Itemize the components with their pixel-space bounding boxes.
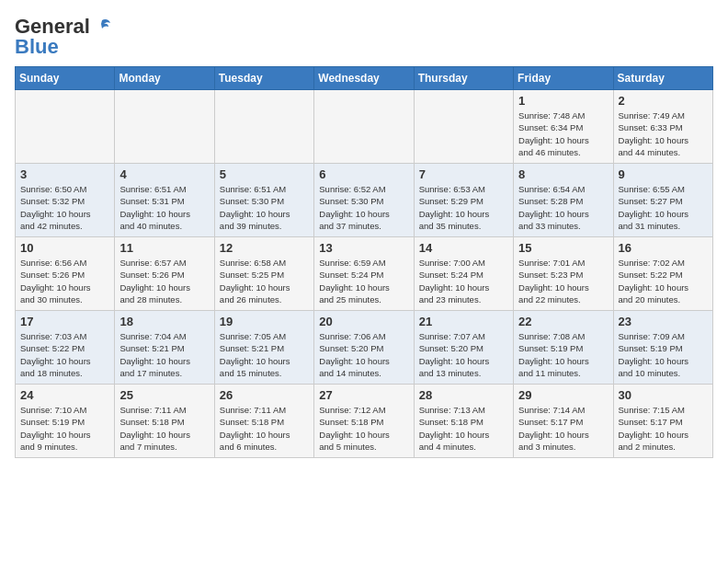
day-number: 28	[419, 388, 508, 402]
calendar-cell: 2Sunrise: 7:49 AM Sunset: 6:33 PM Daylig…	[613, 90, 712, 164]
calendar-cell: 11Sunrise: 6:57 AM Sunset: 5:26 PM Dayli…	[115, 237, 214, 311]
day-number: 4	[119, 167, 209, 181]
calendar-cell: 22Sunrise: 7:08 AM Sunset: 5:19 PM Dayli…	[514, 311, 613, 385]
calendar-cell: 3Sunrise: 6:50 AM Sunset: 5:32 PM Daylig…	[16, 164, 115, 237]
logo-blue-text: Blue	[15, 35, 59, 59]
weekday-header-thursday: Thursday	[414, 67, 513, 90]
day-number: 23	[619, 315, 708, 328]
day-number: 21	[419, 315, 508, 328]
day-info: Sunrise: 6:53 AM Sunset: 5:29 PM Dayligh…	[419, 183, 508, 232]
day-number: 29	[518, 388, 608, 402]
calendar-cell	[16, 90, 115, 164]
calendar-week-row: 10Sunrise: 6:56 AM Sunset: 5:26 PM Dayli…	[16, 237, 713, 311]
calendar-cell: 14Sunrise: 7:00 AM Sunset: 5:24 PM Dayli…	[414, 237, 513, 311]
logo-bird-icon	[92, 17, 112, 37]
calendar-cell: 12Sunrise: 6:58 AM Sunset: 5:25 PM Dayli…	[214, 237, 313, 311]
day-number: 5	[220, 167, 309, 181]
calendar-cell: 24Sunrise: 7:10 AM Sunset: 5:19 PM Dayli…	[16, 385, 115, 458]
day-number: 8	[518, 167, 608, 181]
day-info: Sunrise: 6:51 AM Sunset: 5:31 PM Dayligh…	[119, 183, 209, 232]
day-info: Sunrise: 7:05 AM Sunset: 5:21 PM Dayligh…	[220, 330, 309, 379]
calendar-cell: 30Sunrise: 7:15 AM Sunset: 5:17 PM Dayli…	[613, 385, 712, 458]
day-info: Sunrise: 7:11 AM Sunset: 5:18 PM Dayligh…	[220, 404, 309, 453]
calendar-cell	[414, 90, 513, 164]
day-info: Sunrise: 7:00 AM Sunset: 5:24 PM Dayligh…	[419, 257, 508, 305]
calendar-cell: 18Sunrise: 7:04 AM Sunset: 5:21 PM Dayli…	[115, 311, 214, 385]
calendar-cell: 16Sunrise: 7:02 AM Sunset: 5:22 PM Dayli…	[613, 237, 712, 311]
day-info: Sunrise: 7:03 AM Sunset: 5:22 PM Dayligh…	[20, 330, 109, 379]
day-info: Sunrise: 7:48 AM Sunset: 6:34 PM Dayligh…	[518, 109, 608, 158]
day-info: Sunrise: 7:11 AM Sunset: 5:18 PM Dayligh…	[119, 404, 209, 453]
calendar-cell: 13Sunrise: 6:59 AM Sunset: 5:24 PM Dayli…	[314, 237, 414, 311]
day-info: Sunrise: 6:52 AM Sunset: 5:30 PM Dayligh…	[319, 183, 408, 232]
day-number: 25	[119, 388, 209, 402]
day-info: Sunrise: 6:59 AM Sunset: 5:24 PM Dayligh…	[319, 257, 408, 305]
day-info: Sunrise: 6:50 AM Sunset: 5:32 PM Dayligh…	[20, 183, 109, 232]
calendar-cell	[214, 90, 313, 164]
day-number: 19	[220, 315, 309, 328]
day-number: 14	[419, 241, 508, 255]
day-number: 6	[319, 167, 408, 181]
calendar-cell: 27Sunrise: 7:12 AM Sunset: 5:18 PM Dayli…	[314, 385, 414, 458]
day-number: 24	[20, 388, 109, 402]
calendar-cell: 1Sunrise: 7:48 AM Sunset: 6:34 PM Daylig…	[514, 90, 613, 164]
day-number: 20	[319, 315, 408, 328]
day-info: Sunrise: 7:06 AM Sunset: 5:20 PM Dayligh…	[319, 330, 408, 379]
calendar-cell: 25Sunrise: 7:11 AM Sunset: 5:18 PM Dayli…	[115, 385, 214, 458]
day-number: 7	[419, 167, 508, 181]
calendar-cell: 26Sunrise: 7:11 AM Sunset: 5:18 PM Dayli…	[214, 385, 313, 458]
weekday-header-friday: Friday	[514, 67, 613, 90]
day-number: 13	[319, 241, 408, 255]
page-header: General Blue	[15, 15, 713, 59]
day-info: Sunrise: 7:09 AM Sunset: 5:19 PM Dayligh…	[619, 330, 708, 379]
day-number: 1	[518, 94, 608, 108]
weekday-header-wednesday: Wednesday	[314, 67, 414, 90]
calendar-header-row: SundayMondayTuesdayWednesdayThursdayFrid…	[16, 67, 713, 90]
calendar-cell: 4Sunrise: 6:51 AM Sunset: 5:31 PM Daylig…	[115, 164, 214, 237]
calendar-cell: 9Sunrise: 6:55 AM Sunset: 5:27 PM Daylig…	[613, 164, 712, 237]
calendar-cell: 15Sunrise: 7:01 AM Sunset: 5:23 PM Dayli…	[514, 237, 613, 311]
day-info: Sunrise: 6:51 AM Sunset: 5:30 PM Dayligh…	[220, 183, 309, 232]
calendar-cell: 19Sunrise: 7:05 AM Sunset: 5:21 PM Dayli…	[214, 311, 313, 385]
day-number: 15	[518, 241, 608, 255]
calendar-table: SundayMondayTuesdayWednesdayThursdayFrid…	[15, 66, 713, 458]
day-info: Sunrise: 7:49 AM Sunset: 6:33 PM Dayligh…	[619, 109, 708, 158]
calendar-cell	[115, 90, 214, 164]
day-number: 18	[119, 315, 209, 328]
calendar-cell: 10Sunrise: 6:56 AM Sunset: 5:26 PM Dayli…	[16, 237, 115, 311]
calendar-week-row: 3Sunrise: 6:50 AM Sunset: 5:32 PM Daylig…	[16, 164, 713, 237]
day-info: Sunrise: 6:55 AM Sunset: 5:27 PM Dayligh…	[619, 183, 708, 232]
day-number: 2	[619, 94, 708, 108]
weekday-header-saturday: Saturday	[613, 67, 712, 90]
day-info: Sunrise: 6:57 AM Sunset: 5:26 PM Dayligh…	[119, 257, 209, 305]
day-info: Sunrise: 7:14 AM Sunset: 5:17 PM Dayligh…	[518, 404, 608, 453]
calendar-cell: 28Sunrise: 7:13 AM Sunset: 5:18 PM Dayli…	[414, 385, 513, 458]
day-number: 10	[20, 241, 109, 255]
day-number: 22	[518, 315, 608, 328]
calendar-week-row: 17Sunrise: 7:03 AM Sunset: 5:22 PM Dayli…	[16, 311, 713, 385]
day-info: Sunrise: 7:01 AM Sunset: 5:23 PM Dayligh…	[518, 257, 608, 305]
day-info: Sunrise: 7:15 AM Sunset: 5:17 PM Dayligh…	[619, 404, 708, 453]
calendar-cell: 5Sunrise: 6:51 AM Sunset: 5:30 PM Daylig…	[214, 164, 313, 237]
day-info: Sunrise: 6:56 AM Sunset: 5:26 PM Dayligh…	[20, 257, 109, 305]
day-info: Sunrise: 7:07 AM Sunset: 5:20 PM Dayligh…	[419, 330, 508, 379]
day-info: Sunrise: 7:08 AM Sunset: 5:19 PM Dayligh…	[518, 330, 608, 379]
calendar-cell: 29Sunrise: 7:14 AM Sunset: 5:17 PM Dayli…	[514, 385, 613, 458]
day-info: Sunrise: 7:12 AM Sunset: 5:18 PM Dayligh…	[319, 404, 408, 453]
day-number: 17	[20, 315, 109, 328]
calendar-cell: 6Sunrise: 6:52 AM Sunset: 5:30 PM Daylig…	[314, 164, 414, 237]
calendar-cell: 7Sunrise: 6:53 AM Sunset: 5:29 PM Daylig…	[414, 164, 513, 237]
weekday-header-sunday: Sunday	[16, 67, 115, 90]
calendar-cell	[314, 90, 414, 164]
day-info: Sunrise: 7:04 AM Sunset: 5:21 PM Dayligh…	[119, 330, 209, 379]
day-info: Sunrise: 6:58 AM Sunset: 5:25 PM Dayligh…	[220, 257, 309, 305]
day-number: 12	[220, 241, 309, 255]
calendar-cell: 20Sunrise: 7:06 AM Sunset: 5:20 PM Dayli…	[314, 311, 414, 385]
weekday-header-monday: Monday	[115, 67, 214, 90]
calendar-cell: 21Sunrise: 7:07 AM Sunset: 5:20 PM Dayli…	[414, 311, 513, 385]
calendar-cell: 23Sunrise: 7:09 AM Sunset: 5:19 PM Dayli…	[613, 311, 712, 385]
calendar-week-row: 1Sunrise: 7:48 AM Sunset: 6:34 PM Daylig…	[16, 90, 713, 164]
day-info: Sunrise: 7:10 AM Sunset: 5:19 PM Dayligh…	[20, 404, 109, 453]
logo: General Blue	[15, 15, 112, 59]
calendar-week-row: 24Sunrise: 7:10 AM Sunset: 5:19 PM Dayli…	[16, 385, 713, 458]
